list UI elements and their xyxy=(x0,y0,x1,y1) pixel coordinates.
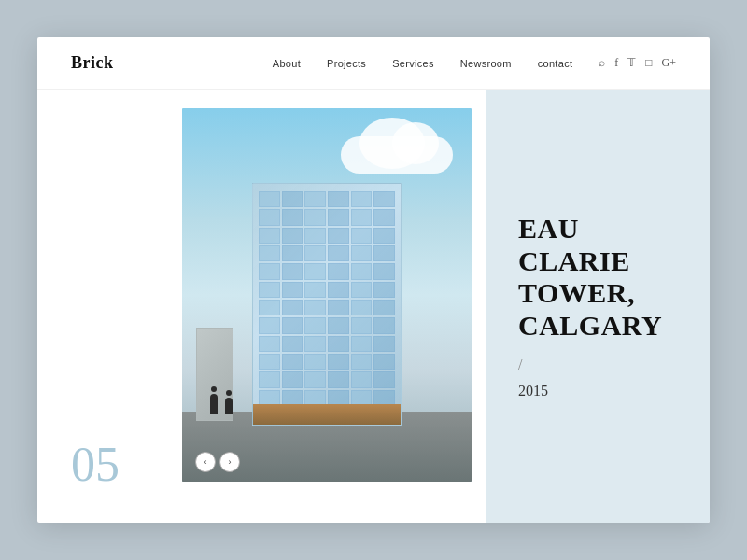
nav-actions: ⌕ f 𝕋 □ G+ xyxy=(599,56,676,70)
main-nav: About Projects Services Newsroom contact xyxy=(273,58,573,69)
title-line1: EAU CLARIE xyxy=(518,213,630,276)
logo[interactable]: Brick xyxy=(71,53,114,73)
title-line2: TOWER, xyxy=(518,277,635,308)
people-silhouettes xyxy=(210,394,236,418)
nav-contact[interactable]: contact xyxy=(538,58,573,69)
nav-about[interactable]: About xyxy=(273,58,301,69)
tower-windows xyxy=(259,191,395,406)
facebook-icon[interactable]: f xyxy=(614,56,618,70)
nav-newsroom[interactable]: Newsroom xyxy=(460,58,512,69)
slide-number: 05 xyxy=(71,441,120,489)
main-content: 05 xyxy=(37,90,710,523)
twitter-icon[interactable]: 𝕋 xyxy=(627,56,636,70)
nav-services[interactable]: Services xyxy=(392,58,434,69)
next-arrow[interactable]: › xyxy=(219,452,240,472)
search-icon[interactable]: ⌕ xyxy=(599,56,605,70)
title-line3: CALGARY xyxy=(518,310,662,341)
googleplus-icon[interactable]: G+ xyxy=(662,56,676,70)
main-card: Brick About Projects Services Newsroom c… xyxy=(37,37,710,523)
prev-arrow[interactable]: ‹ xyxy=(195,452,216,472)
header: Brick About Projects Services Newsroom c… xyxy=(37,37,710,90)
tower-base xyxy=(252,404,402,425)
nav-projects[interactable]: Projects xyxy=(327,58,366,69)
cloud-decoration xyxy=(341,136,453,174)
title-divider: / xyxy=(518,357,682,373)
carousel-arrows: ‹ › xyxy=(195,452,240,472)
instagram-icon[interactable]: □ xyxy=(645,56,652,70)
project-title: EAU CLARIE TOWER, CALGARY xyxy=(518,213,682,342)
tower xyxy=(252,183,402,426)
text-panel: EAU CLARIE TOWER, CALGARY / 2015 xyxy=(486,90,710,523)
project-year: 2015 xyxy=(518,383,682,399)
project-image: ‹ › xyxy=(182,108,472,482)
